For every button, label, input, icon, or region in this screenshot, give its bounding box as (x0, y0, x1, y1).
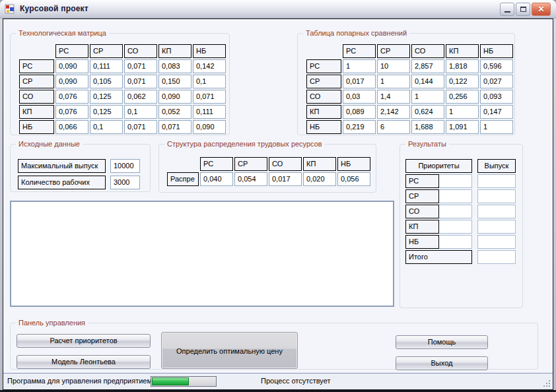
matrix-cell-input[interactable]: 1 (377, 75, 410, 88)
matrix-cell-input[interactable]: 0,150 (158, 75, 191, 88)
output-value-box[interactable] (477, 174, 516, 188)
pairwise-title: Таблица попарных сравнений (303, 29, 409, 37)
title-bar[interactable]: Курсовой проект ✕ (0, 0, 556, 18)
optimal-price-button[interactable]: Определить оптимальную цену (161, 332, 298, 369)
matrix-cell-input[interactable]: 0,076 (55, 90, 88, 104)
column-header-label: СР (377, 44, 410, 58)
labor-cell-input[interactable]: 0,020 (303, 172, 336, 186)
priority-value-box[interactable] (439, 174, 472, 188)
priority-value-box[interactable] (439, 205, 472, 218)
matrix-cell-input[interactable]: 0,076 (55, 105, 88, 119)
priority-value-box[interactable] (439, 235, 472, 249)
matrix-cell-input[interactable]: 0,071 (124, 59, 157, 73)
matrix-cell-input[interactable]: 0,122 (446, 75, 479, 88)
field-value-input[interactable]: 3000 (110, 176, 140, 189)
matrix-cell-input[interactable]: 0,090 (158, 90, 191, 104)
matrix-cell-input[interactable]: 0,03 (343, 90, 376, 104)
matrix-cell-input[interactable]: 0,066 (55, 120, 88, 134)
matrix-cell-input[interactable]: 0,071 (193, 90, 226, 104)
matrix-cell-input[interactable]: 0,147 (480, 105, 513, 119)
matrix-cell-input[interactable]: 0,111 (193, 105, 226, 119)
matrix-cell-input[interactable]: 0,090 (55, 75, 88, 88)
matrix-cell-input[interactable]: 0,090 (55, 59, 88, 73)
field-label: Максимальный выпуск (18, 159, 106, 173)
matrix-cell-input[interactable]: 6 (377, 120, 410, 134)
matrix-cell-input[interactable]: 0,125 (90, 90, 123, 104)
matrix-cell-input[interactable]: 1 (480, 120, 513, 134)
matrix-cell-input[interactable]: 0,062 (124, 90, 157, 104)
matrix-cell-input[interactable]: 0,125 (90, 105, 123, 119)
minimize-button[interactable] (500, 3, 514, 16)
maximize-button[interactable] (516, 3, 530, 16)
matrix-cell-input[interactable]: 0,219 (343, 120, 376, 134)
matrix-cell-input[interactable]: 0,1 (124, 105, 157, 119)
results-total-row: Итого (405, 250, 516, 264)
matrix-cell-input[interactable]: 1 (343, 59, 376, 73)
matrix-cell-input[interactable]: 0,017 (343, 75, 376, 88)
matrix-cell-input[interactable]: 1,688 (411, 120, 444, 134)
exit-button[interactable]: Выход (396, 356, 488, 370)
output-value-box[interactable] (477, 205, 516, 218)
pairwise-row: КП 0,0892,1420,62410,147 (306, 105, 513, 119)
column-header-label: КП (158, 44, 191, 58)
matrix-cell-input[interactable]: 0,105 (90, 75, 123, 88)
tech-matrix-row: СО 0,0760,1250,0620,0900,071 (19, 90, 226, 104)
matrix-cell-input[interactable]: 1,818 (446, 59, 479, 73)
matrix-cell-input[interactable]: 0,596 (480, 59, 513, 73)
matrix-cell-input[interactable]: 0,090 (193, 120, 226, 134)
pairwise-row: СР 0,01710,1440,1220,027 (306, 75, 513, 88)
matrix-cell-input[interactable]: 0,052 (158, 105, 191, 119)
matrix-cell-input[interactable]: 1,091 (446, 120, 479, 134)
leontief-model-button[interactable]: Модель Леонтьева (17, 355, 151, 369)
matrix-cell-input[interactable]: 0,1 (193, 75, 226, 88)
column-header-label: РС (200, 157, 233, 171)
close-button[interactable]: ✕ (532, 3, 551, 16)
matrix-cell-input[interactable]: 0,071 (124, 120, 157, 134)
labor-structure-title: Структура распределения трудовых ресурсо… (164, 140, 325, 148)
results-header-row: Приоритеты Выпуск (405, 159, 516, 173)
matrix-cell-input[interactable]: 2,142 (377, 105, 410, 119)
control-panel-group: Панель управления Расчет приоритетов Мод… (10, 323, 538, 370)
output-value-box[interactable] (477, 189, 516, 203)
column-header-label: КП (446, 44, 479, 58)
matrix-cell-input[interactable]: 0,111 (90, 59, 123, 73)
field-label: Количество рабочих (18, 176, 106, 189)
labor-cell-input[interactable]: 0,056 (337, 172, 370, 186)
output-textbox[interactable] (10, 201, 394, 307)
matrix-cell-input[interactable]: 0,093 (480, 90, 513, 104)
row-header-label: СО (19, 90, 54, 104)
matrix-cell-input[interactable]: 0,083 (158, 59, 191, 73)
priorities-header-label: Приоритеты (405, 159, 472, 173)
matrix-cell-input[interactable]: 10 (377, 59, 410, 73)
matrix-cell-input[interactable]: 0,071 (124, 75, 157, 88)
matrix-cell-input[interactable]: 0,144 (411, 75, 444, 88)
matrix-cell-input[interactable]: 2,857 (411, 59, 444, 73)
matrix-cell-input[interactable]: 1 (411, 90, 444, 104)
labor-cell-input[interactable]: 0,017 (269, 172, 302, 186)
results-row-label: СР (405, 189, 439, 203)
output-value-box[interactable] (477, 220, 516, 234)
matrix-cell-input[interactable]: 0,027 (480, 75, 513, 88)
priority-value-box[interactable] (439, 189, 472, 203)
matrix-cell-input[interactable]: 1 (446, 105, 479, 119)
help-button[interactable]: Помощь (396, 335, 488, 349)
output-value-box[interactable] (477, 235, 516, 249)
priority-value-box[interactable] (439, 220, 472, 234)
total-output-box[interactable] (477, 250, 516, 264)
labor-cell-input[interactable]: 0,040 (200, 172, 233, 186)
total-label: Итого (405, 250, 472, 264)
tech-matrix-header-row: РССРСОКПНБ (19, 44, 226, 58)
matrix-cell-input[interactable]: 0,142 (193, 59, 226, 73)
matrix-cell-input[interactable]: 0,1 (90, 120, 123, 134)
matrix-cell-input[interactable]: 0,089 (343, 105, 376, 119)
row-header-label: КП (19, 105, 54, 119)
calc-priorities-button[interactable]: Расчет приоритетов (17, 334, 151, 348)
field-value-input[interactable]: 10000 (110, 159, 140, 173)
results-group: Результаты Приоритеты Выпуск РС СР (400, 144, 523, 308)
matrix-cell-input[interactable]: 0,256 (446, 90, 479, 104)
resize-grip-icon[interactable] (542, 379, 551, 388)
matrix-cell-input[interactable]: 1,4 (377, 90, 410, 104)
matrix-cell-input[interactable]: 0,624 (411, 105, 444, 119)
labor-cell-input[interactable]: 0,054 (234, 172, 267, 186)
matrix-cell-input[interactable]: 0,071 (158, 120, 191, 134)
